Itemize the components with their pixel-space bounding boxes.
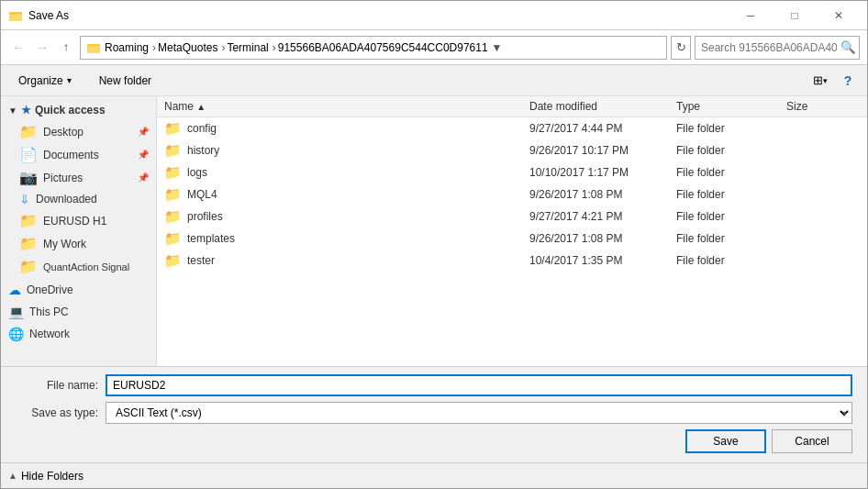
sidebar-item-network[interactable]: 🌐 Network xyxy=(1,324,156,344)
dialog-title: Save As xyxy=(28,9,69,22)
sidebar-item-quantaction[interactable]: 📁 QuantAction Signal xyxy=(1,255,156,278)
sidebar-item-eurusd[interactable]: 📁 EURUSD H1 xyxy=(1,209,156,232)
sort-arrow-icon: ▲ xyxy=(196,102,206,112)
dialog-icon xyxy=(8,8,23,23)
view-options-button[interactable]: ⊞ ▾ xyxy=(808,69,832,93)
quick-access-section: ▼ ★ Quick access 📁 Desktop 📌 📄 Documents… xyxy=(1,100,156,278)
file-type-5: File folder xyxy=(676,232,786,245)
file-name-6: tester xyxy=(187,254,215,267)
filename-row: File name: xyxy=(16,374,852,396)
button-row: Save Cancel xyxy=(16,429,852,455)
search-input[interactable] xyxy=(695,36,860,60)
file-date-3: 9/26/2017 1:08 PM xyxy=(529,188,676,201)
sidebar-desktop-label: Desktop xyxy=(43,126,83,139)
downloaded-folder-icon: ⇓ xyxy=(19,192,30,206)
up-button[interactable]: ↑ xyxy=(56,38,76,58)
forward-button[interactable]: → xyxy=(32,38,52,58)
table-row[interactable]: 📁 logs 10/10/2017 1:17 PM File folder xyxy=(157,161,867,183)
sidebar-network-label: Network xyxy=(29,328,70,340)
hide-folders-bar[interactable]: ▲ Hide Folders xyxy=(1,462,867,488)
mywork-folder-icon: 📁 xyxy=(19,235,38,252)
folder-icon-3: 📁 xyxy=(164,186,182,203)
savetype-select[interactable]: ASCII Text (*.csv) xyxy=(106,402,852,424)
table-row[interactable]: 📁 history 9/26/2017 10:17 PM File folder xyxy=(157,139,867,161)
breadcrumb-metaquotes[interactable]: MetaQuotes › xyxy=(158,41,227,54)
file-rows-container: 📁 config 9/27/2017 4:44 PM File folder 📁… xyxy=(157,117,867,272)
folder-icon-1: 📁 xyxy=(164,142,182,159)
file-name-3: MQL4 xyxy=(187,188,217,201)
sidebar-downloaded-label: Downloaded xyxy=(36,193,97,206)
quick-access-header[interactable]: ▼ ★ Quick access xyxy=(1,100,156,120)
filename-input[interactable] xyxy=(106,374,852,396)
breadcrumb-folder-icon xyxy=(86,40,101,55)
sidebar-item-downloaded[interactable]: ⇓ Downloaded xyxy=(1,189,156,209)
sidebar-item-pictures[interactable]: 📷 Pictures 📌 xyxy=(1,166,156,189)
thispc-icon: 💻 xyxy=(8,305,24,319)
file-type-3: File folder xyxy=(676,188,786,201)
file-name-0: config xyxy=(187,122,217,135)
help-button[interactable]: ? xyxy=(836,69,860,93)
folder-icon-2: 📁 xyxy=(164,164,182,181)
sidebar-item-onedrive[interactable]: ☁ OneDrive xyxy=(1,280,156,300)
breadcrumb-roaming[interactable]: Roaming › xyxy=(105,41,158,54)
file-name-5: templates xyxy=(187,232,235,245)
file-name-4: profiles xyxy=(187,210,223,223)
breadcrumb-terminal[interactable]: Terminal › xyxy=(227,41,277,54)
close-button[interactable]: ✕ xyxy=(818,1,860,30)
title-bar-left: Save As xyxy=(8,8,69,23)
folder-icon-0: 📁 xyxy=(164,120,182,137)
save-button[interactable]: Save xyxy=(685,429,766,453)
sidebar-item-mywork[interactable]: 📁 My Work xyxy=(1,232,156,255)
savetype-label: Save as type: xyxy=(16,406,98,419)
file-type-0: File folder xyxy=(676,122,786,135)
thispc-section: 💻 This PC xyxy=(1,302,156,322)
toolbar: Organize ▾ New folder ⊞ ▾ ? xyxy=(1,65,867,96)
file-name-2: logs xyxy=(187,166,207,179)
sidebar-item-thispc[interactable]: 💻 This PC xyxy=(1,302,156,322)
minimize-button[interactable]: ─ xyxy=(729,1,772,30)
file-type-2: File folder xyxy=(676,166,786,179)
table-row[interactable]: 📁 MQL4 9/26/2017 1:08 PM File folder xyxy=(157,183,867,206)
pin-icon: 📌 xyxy=(138,127,149,137)
folder-icon-6: 📁 xyxy=(164,252,182,269)
search-icon-button[interactable]: 🔍 xyxy=(840,40,856,54)
breadcrumb[interactable]: Roaming › MetaQuotes › Terminal › 915566… xyxy=(80,36,667,60)
col-header-name[interactable]: Name ▲ xyxy=(164,100,529,113)
eurusd-folder-icon: 📁 xyxy=(19,212,38,229)
back-button[interactable]: ← xyxy=(8,38,28,58)
table-row[interactable]: 📁 profiles 9/27/2017 4:21 PM File folder xyxy=(157,206,867,228)
content-pane: Name ▲ Date modified Type Size 📁 config xyxy=(157,96,867,366)
main-area: ▼ ★ Quick access 📁 Desktop 📌 📄 Documents… xyxy=(1,96,867,366)
col-header-date[interactable]: Date modified xyxy=(529,100,676,113)
refresh-button[interactable]: ↻ xyxy=(671,36,691,60)
onedrive-section: ☁ OneDrive xyxy=(1,280,156,300)
address-bar: ← → ↑ Roaming › MetaQuotes › Terminal › xyxy=(1,30,867,65)
folder-icon-4: 📁 xyxy=(164,208,182,225)
new-folder-button[interactable]: New folder xyxy=(89,69,161,93)
file-name-1: history xyxy=(187,144,219,157)
sidebar-documents-label: Documents xyxy=(43,149,99,161)
col-header-type[interactable]: Type xyxy=(676,100,786,113)
table-row[interactable]: 📁 config 9/27/2017 4:44 PM File folder xyxy=(157,117,867,139)
maximize-button[interactable]: □ xyxy=(773,1,816,30)
col-header-size[interactable]: Size xyxy=(786,100,860,113)
toolbar-right: ⊞ ▾ ? xyxy=(808,69,860,93)
title-bar: Save As ─ □ ✕ xyxy=(1,1,867,30)
cancel-button[interactable]: Cancel xyxy=(772,429,852,453)
organize-label: Organize xyxy=(18,74,63,87)
file-date-0: 9/27/2017 4:44 PM xyxy=(529,122,676,135)
table-row[interactable]: 📁 templates 9/26/2017 1:08 PM File folde… xyxy=(157,228,867,250)
help-icon: ? xyxy=(844,73,852,88)
network-icon: 🌐 xyxy=(8,327,24,341)
sidebar-thispc-label: This PC xyxy=(29,306,69,318)
breadcrumb-guid[interactable]: 915566BA06ADA407569C544CC0D97611 ▼ xyxy=(278,41,505,54)
table-row[interactable]: 📁 tester 10/4/2017 1:35 PM File folder xyxy=(157,250,867,272)
sidebar-quantaction-label: QuantAction Signal xyxy=(43,261,129,272)
organize-chevron-icon: ▾ xyxy=(67,75,72,85)
organize-button[interactable]: Organize ▾ xyxy=(8,69,82,93)
sidebar-eurusd-label: EURUSD H1 xyxy=(43,215,106,228)
file-date-1: 9/26/2017 10:17 PM xyxy=(529,144,676,157)
sidebar-item-desktop[interactable]: 📁 Desktop 📌 xyxy=(1,120,156,143)
sidebar-item-documents[interactable]: 📄 Documents 📌 xyxy=(1,143,156,166)
quick-access-title: Quick access xyxy=(35,104,106,117)
